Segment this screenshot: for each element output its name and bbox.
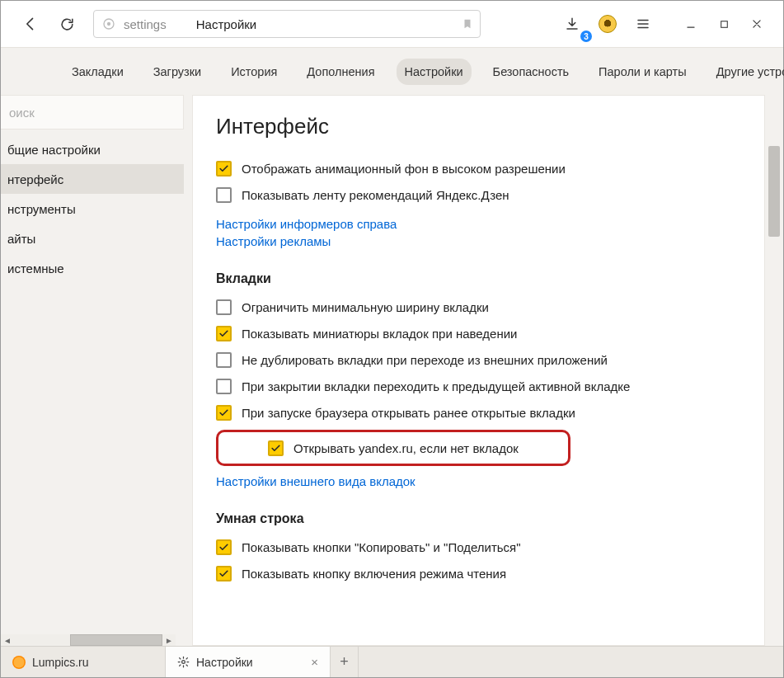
sidebar-item-1[interactable]: нтерфейс	[1, 164, 184, 194]
tab-label: Lumpics.ru	[32, 656, 88, 669]
sidebar-item-3[interactable]: айты	[1, 224, 184, 253]
option-row: Показывать ленту рекомендаций Яндекс.Дзе…	[216, 182, 741, 207]
checkbox[interactable]	[216, 566, 232, 581]
browser-tab-0[interactable]: Lumpics.ru	[1, 647, 166, 677]
informers-link[interactable]: Настройки информеров справа	[216, 217, 741, 231]
omnibox[interactable]: settings Настройки	[93, 10, 481, 38]
close-icon[interactable]: ×	[311, 655, 318, 669]
scroll-right-icon[interactable]: ►	[162, 634, 176, 646]
new-tab-button[interactable]: +	[331, 647, 359, 677]
checkbox[interactable]	[216, 352, 232, 368]
toolbar: settings Настройки 3	[1, 1, 783, 47]
checkbox[interactable]	[216, 379, 232, 394]
checkbox[interactable]	[216, 539, 232, 555]
nav-2[interactable]: История	[223, 59, 285, 85]
back-button[interactable]	[16, 9, 45, 39]
gear-icon	[177, 656, 190, 668]
sidebar-search-placeholder: оиск	[9, 106, 35, 120]
settings-body: оиск бщие настройкинтерфейснструментыайт…	[1, 95, 783, 646]
nav-3[interactable]: Дополнения	[298, 59, 383, 85]
option-label: При закрытии вкладки переходить к предыд…	[242, 379, 630, 393]
checkbox[interactable]	[216, 299, 232, 315]
omnibox-title: Настройки	[196, 17, 257, 31]
nav-6[interactable]: Пароли и карты	[590, 59, 695, 85]
checkbox[interactable]	[216, 326, 232, 341]
option-row: Не дублировать вкладки при переходе из в…	[216, 347, 741, 372]
option-label: Показывать кнопку включения режима чтени…	[242, 567, 506, 581]
downloads-button[interactable]: 3	[557, 9, 587, 39]
option-row: Ограничить минимальную ширину вкладки	[216, 294, 741, 319]
browser-window: settings Настройки 3 ЗакладкиЗагрузки	[0, 0, 784, 678]
option-row: Отображать анимационный фон в высоком ра…	[216, 156, 741, 181]
option-label: Открывать yandex.ru, если нет вкладок	[293, 441, 519, 455]
svg-point-3	[182, 661, 185, 664]
tab-label: Настройки	[196, 656, 253, 669]
svg-rect-2	[721, 21, 727, 27]
sidebar-item-4[interactable]: истемные	[1, 253, 184, 283]
profile-avatar[interactable]	[599, 15, 617, 33]
checkbox[interactable]	[216, 161, 232, 177]
option-row: При закрытии вкладки переходить к предыд…	[216, 374, 741, 398]
settings-nav: ЗакладкиЗагрузкиИсторияДополненияНастрой…	[1, 47, 783, 95]
nav-0[interactable]: Закладки	[63, 59, 132, 85]
window-maximize[interactable]	[707, 9, 740, 39]
menu-button[interactable]	[628, 9, 658, 39]
option-row: Показывать кнопку включения режима чтени…	[216, 561, 741, 586]
nav-4[interactable]: Настройки	[397, 59, 472, 85]
option-label: Не дублировать вкладки при переходе из в…	[242, 353, 608, 367]
yandex-icon	[102, 17, 115, 31]
sidebar-h-scrollbar[interactable]: ◄ ►	[1, 634, 176, 646]
panel-v-scrollbar[interactable]	[768, 97, 780, 644]
settings-panel: Интерфейс Отображать анимационный фон в …	[192, 95, 765, 646]
browser-tab-1[interactable]: Настройки×	[166, 647, 331, 677]
ads-link[interactable]: Настройки рекламы	[216, 234, 741, 248]
reload-button[interactable]	[52, 9, 82, 39]
option-label: Ограничить минимальную ширину вкладки	[242, 300, 489, 314]
option-row: При запуске браузера открывать ранее отк…	[216, 400, 741, 425]
settings-sidebar: оиск бщие настройкинтерфейснструментыайт…	[1, 95, 184, 646]
nav-5[interactable]: Безопасность	[485, 59, 578, 85]
downloads-badge: 3	[580, 31, 592, 42]
smartline-section-heading: Умная строка	[216, 511, 741, 526]
checkbox[interactable]	[216, 405, 232, 421]
option-label: Показывать миниатюры вкладок при наведен…	[242, 327, 518, 341]
omnibox-path: settings	[124, 17, 167, 31]
sidebar-item-2[interactable]: нструменты	[1, 194, 184, 224]
checkbox[interactable]	[216, 187, 232, 203]
favicon-icon	[12, 656, 26, 669]
toolbar-right: 3	[557, 9, 773, 39]
highlighted-option: Открывать yandex.ru, если нет вкладок	[216, 430, 570, 466]
option-label: При запуске браузера открывать ранее отк…	[242, 406, 575, 420]
option-row: Показывать миниатюры вкладок при наведен…	[216, 321, 741, 346]
option-label: Показывать кнопки "Копировать" и "Подели…	[242, 540, 521, 554]
nav-7[interactable]: Другие устройства	[708, 59, 784, 85]
checkbox[interactable]	[268, 440, 284, 456]
scroll-left-icon[interactable]: ◄	[1, 634, 14, 646]
tabs-appearance-link[interactable]: Настройки внешнего вида вкладок	[216, 474, 741, 488]
bookmark-icon[interactable]	[462, 17, 473, 31]
browser-tabstrip: Lumpics.ruНастройки×+	[1, 646, 783, 677]
nav-1[interactable]: Загрузки	[145, 59, 209, 85]
option-label: Показывать ленту рекомендаций Яндекс.Дзе…	[242, 188, 509, 202]
sidebar-search[interactable]: оиск	[1, 95, 184, 129]
option-row: Показывать кнопки "Копировать" и "Подели…	[216, 534, 741, 559]
sidebar-item-0[interactable]: бщие настройки	[1, 134, 184, 164]
window-close[interactable]	[740, 9, 773, 39]
option-label: Отображать анимационный фон в высоком ра…	[242, 162, 566, 176]
settings-panel-wrap: Интерфейс Отображать анимационный фон в …	[184, 95, 783, 646]
tabs-section-heading: Вкладки	[216, 271, 741, 286]
window-minimize[interactable]	[674, 9, 707, 39]
panel-heading: Интерфейс	[216, 114, 741, 139]
svg-point-1	[107, 22, 110, 26]
